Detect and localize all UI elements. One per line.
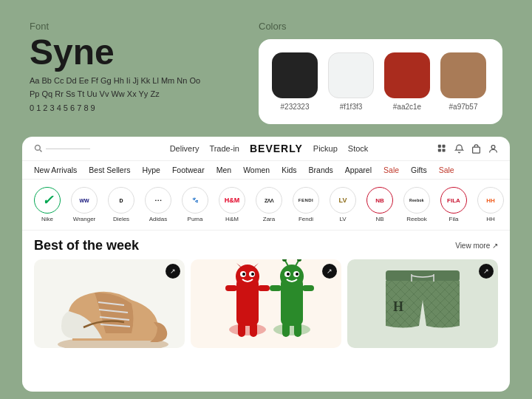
svg-point-19 xyxy=(251,273,254,276)
colors-section: Colors #232323 #f1f3f3 #aa2c1e #a97b57 xyxy=(259,21,502,124)
colors-label: Colors xyxy=(259,21,502,32)
cat-apparel[interactable]: Apparel xyxy=(345,166,372,174)
bag-icon[interactable] xyxy=(471,144,481,154)
brand-label-nb: NB xyxy=(375,216,383,222)
svg-rect-25 xyxy=(250,322,257,337)
cat-footwear[interactable]: Footwear xyxy=(172,166,205,174)
reebok-logo: Reebok xyxy=(409,198,424,202)
nav-pickup[interactable]: Pickup xyxy=(313,144,338,153)
nb-logo: NB xyxy=(375,197,384,204)
nav-links: Delivery Trade-in BEVERLY Pickup Stock xyxy=(112,143,426,154)
user-icon[interactable] xyxy=(488,144,498,154)
cat-gifts[interactable]: Gifts xyxy=(411,166,427,174)
svg-rect-2 xyxy=(438,144,441,147)
brand-puma[interactable]: 🐾 Puma xyxy=(182,187,208,222)
swatch-dark xyxy=(272,52,318,98)
brand-hh[interactable]: HH HH xyxy=(477,187,504,222)
bell-icon[interactable] xyxy=(454,144,464,154)
brand-zara[interactable]: ZΛΛ Zara xyxy=(256,187,282,222)
puma-logo: 🐾 xyxy=(192,197,199,203)
brand-wrangler[interactable]: WW Wranger xyxy=(71,187,98,222)
brand-circle-nike: ✓ xyxy=(34,187,61,214)
cat-women[interactable]: Women xyxy=(243,166,270,174)
color-swatch-2: #f1f3f3 xyxy=(328,52,374,111)
brand-label-diesel: Dieles xyxy=(113,216,129,222)
brand-hm[interactable]: H&M H&M xyxy=(219,187,245,222)
shoe-illustration xyxy=(34,259,185,348)
adidas-logo: ⋯ xyxy=(154,197,162,205)
svg-point-32 xyxy=(296,273,299,276)
svg-rect-5 xyxy=(443,149,446,151)
brand-circle-fendi: FENDI xyxy=(293,187,319,214)
nav-tradein[interactable]: Trade-in xyxy=(209,144,239,153)
brand-diesel[interactable]: D Dieles xyxy=(108,187,134,222)
brand-reebok[interactable]: Reebok Reebok xyxy=(403,187,430,222)
ui-card: Delivery Trade-in BEVERLY Pickup Stock xyxy=(22,137,510,392)
lv-logo: LV xyxy=(339,197,347,204)
hex-light: #f1f3f3 xyxy=(340,103,363,111)
nav-delivery[interactable]: Delivery xyxy=(170,144,200,153)
cat-sale-1[interactable]: Sale xyxy=(383,166,399,174)
brand-adidas[interactable]: ⋯ Adidas xyxy=(145,187,171,222)
font-alphabet-line2: Pp Qq Rr Ss Tt Uu Vv Ww Xx Yy Zz xyxy=(30,88,200,101)
svg-rect-3 xyxy=(443,144,446,147)
brand-label-wrangler: Wranger xyxy=(73,216,96,222)
brand-logo[interactable]: BEVERLY xyxy=(250,143,303,154)
brand-circle-puma: 🐾 xyxy=(182,187,208,214)
brand-label-reebok: Reebok xyxy=(406,216,427,222)
brand-fendi[interactable]: FENDI Fendi xyxy=(293,187,319,222)
svg-point-28 xyxy=(280,265,304,288)
zara-logo: ZΛΛ xyxy=(265,198,273,203)
brand-nike[interactable]: ✓ Nike xyxy=(34,187,61,222)
svg-rect-40 xyxy=(294,322,301,337)
toy-illustration xyxy=(191,259,341,348)
nav-stock[interactable]: Stock xyxy=(348,144,369,153)
fila-logo: FILA xyxy=(447,197,460,204)
svg-point-15 xyxy=(236,265,259,288)
brand-circle-zara: ZΛΛ xyxy=(256,187,282,214)
cat-new-arrivals[interactable]: New Arrivals xyxy=(34,166,77,174)
brand-label-nike: Nike xyxy=(41,216,53,222)
brand-circle-diesel: D xyxy=(108,187,134,214)
brand-lv[interactable]: LV LV xyxy=(330,187,356,222)
grid-icon[interactable] xyxy=(437,144,447,154)
svg-point-18 xyxy=(242,273,245,276)
cat-hype[interactable]: Hype xyxy=(142,166,160,174)
cat-best-sellers[interactable]: Best Sellers xyxy=(89,166,130,174)
cat-men[interactable]: Men xyxy=(216,166,231,174)
swatch-light xyxy=(328,52,374,98)
product-card-1[interactable]: ↗ xyxy=(34,259,185,348)
swatch-red xyxy=(384,52,430,98)
hex-dark: #232323 xyxy=(281,103,310,111)
svg-point-31 xyxy=(287,273,290,276)
brand-label-fila: Fila xyxy=(449,216,459,222)
cat-brands[interactable]: Brands xyxy=(309,166,333,174)
product-card-3[interactable]: ↗ xyxy=(347,259,498,348)
brand-label-lv: LV xyxy=(339,216,346,222)
font-name: Syne xyxy=(30,35,200,70)
view-more-link[interactable]: View more ↗ xyxy=(455,242,498,250)
brand-row: ✓ Nike WW Wranger D Dieles ⋯ Adidas 🐾 xyxy=(22,180,510,231)
svg-rect-22 xyxy=(225,285,237,291)
brand-circle-hm: H&M xyxy=(219,187,245,214)
brand-fila[interactable]: FILA Fila xyxy=(440,187,467,222)
search-icon xyxy=(34,144,43,153)
brand-circle-adidas: ⋯ xyxy=(145,187,171,214)
colors-container: #232323 #f1f3f3 #aa2c1e #a97b57 xyxy=(259,39,502,124)
svg-point-7 xyxy=(491,145,495,149)
product-card-2[interactable]: ↗ xyxy=(191,259,341,348)
search-area[interactable] xyxy=(34,144,100,153)
brand-circle-lv: LV xyxy=(330,187,356,214)
brand-nb[interactable]: NB NB xyxy=(366,187,393,222)
svg-point-0 xyxy=(35,146,41,151)
hex-red: #aa2c1e xyxy=(393,103,421,111)
top-nav: Delivery Trade-in BEVERLY Pickup Stock xyxy=(22,137,510,161)
brand-circle-wrangler: WW xyxy=(71,187,98,214)
shorts-illustration: H xyxy=(347,259,498,348)
cat-kids[interactable]: Kids xyxy=(282,166,296,174)
svg-rect-41 xyxy=(386,270,460,282)
cat-sale-2[interactable]: Sale xyxy=(439,166,454,174)
hex-tan: #a97b57 xyxy=(449,103,478,111)
wrangler-logo: WW xyxy=(79,198,89,203)
font-label: Font xyxy=(30,21,200,32)
